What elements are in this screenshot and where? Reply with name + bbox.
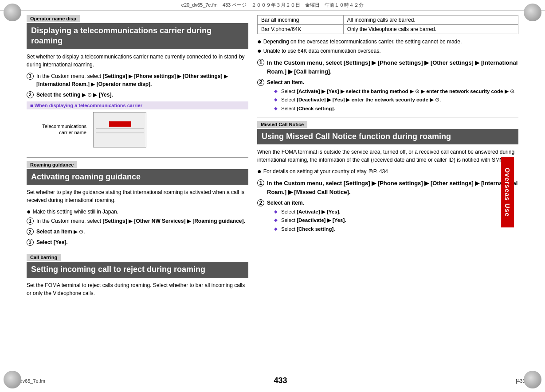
missed-step-1-text: In the Custom menu, select [Settings] ▶ … (267, 180, 518, 195)
cb-sub-2-text: Select [Deactivate] ▶ [Yes] ▶ enter the … (281, 96, 441, 104)
operator-step-2: 2 Select the setting ▶ ⊙ ▶ [Yes]. (27, 91, 248, 99)
bullet-dot-r1: ● (257, 38, 262, 46)
roaming-bullet-1: ● Make this setting while still in Japan… (27, 208, 248, 216)
bullet-dot-r2: ● (257, 47, 262, 55)
bullet-dot-1: ● (27, 208, 31, 216)
m-diamond-3: ◆ (274, 225, 278, 233)
roaming-step-3: 3 Select [Yes]. (27, 238, 248, 246)
left-column: Operator name disp Displaying a telecomm… (27, 15, 248, 369)
step-2-text: Select the setting ▶ ⊙ ▶ [Yes]. (36, 92, 113, 98)
red-bar-decoration (109, 121, 131, 127)
call-barring-section-header: Call barring (27, 254, 61, 261)
step-2-content: Select the setting ▶ ⊙ ▶ [Yes]. (36, 91, 248, 99)
cb-sub-3-text: Select [Check setting]. (281, 105, 335, 113)
table-cell-bar-vphone-desc: Only the Videophone calls are barred. (343, 25, 518, 34)
missed-sub-1-text: Select [Activate] ▶ [Yes]. (281, 208, 341, 216)
cb-step-2-label: Select an item. (267, 79, 304, 85)
section-missed-call: Missed Call Notice Using Missed Call Not… (257, 121, 518, 234)
divider-2 (27, 250, 248, 250)
right-bullet-1-text: Depending on the overseas telecommunicat… (263, 38, 462, 46)
missed-desc: When the FOMA terminal is outside the se… (257, 148, 518, 164)
footer-bar: e20_dv65_7e.fm 433 [433/434] (0, 374, 545, 387)
missed-step-1-content: In the Custom menu, select [Settings] ▶ … (267, 179, 518, 196)
operator-title-box: Displaying a telecommunications carrier … (27, 23, 248, 49)
missed-sub-1: ◆ Select [Activate] ▶ [Yes]. (274, 208, 518, 216)
step-1-text: In the Custom menu, select [Settings] ▶ … (36, 73, 228, 87)
right-bullet-1: ● Depending on the overseas telecommunic… (257, 38, 518, 46)
header-text: e20_dv65_7e.fm 433 ページ ２００９年３月２０日 金曜日 午前… (181, 2, 364, 8)
diamond-1: ◆ (274, 88, 278, 95)
right-bullet-2: ● Unable to use 64K data communication o… (257, 47, 518, 55)
cb-sub-bullets: ◆ Select [Activate] ▶ [Yes] ▶ select the… (274, 88, 518, 113)
missed-step-num-2: 2 (257, 199, 264, 206)
missed-title-box: Using Missed Call Notice function during… (257, 129, 518, 144)
roaming-title: Activating roaming guidance (31, 172, 244, 182)
roaming-step-3-text: Select [Yes]. (36, 239, 68, 245)
cb-step-1-content: In the Custom menu, select [Settings] ▶ … (267, 58, 518, 76)
missed-step-2: 2 Select an item. ◆ Select [Activate] ▶ … (257, 199, 518, 234)
missed-step-2-content: Select an item. ◆ Select [Activate] ▶ [Y… (267, 199, 518, 234)
table-row-2: Bar V.phone/64K Only the Videophone call… (258, 25, 518, 34)
table-cell-bar-all-label: Bar all incoming (258, 16, 344, 25)
call-barring-desc: Set the FOMA terminal to reject calls du… (27, 281, 248, 297)
cb-right-step-2: 2 Select an item. ◆ Select [Activate] ▶ … (257, 78, 518, 113)
cb-step-1-text: In the Custom menu, select [Settings] ▶ … (267, 59, 518, 75)
call-barring-title: Setting incoming call to reject during r… (31, 264, 244, 275)
arrow-line (92, 124, 92, 133)
m-diamond-2: ◆ (274, 217, 278, 224)
right-bullet-2-text: Unable to use 64K data communication ove… (263, 47, 381, 55)
telecom-image-area: Telecommunicationscarrier name (35, 112, 248, 152)
cb-right-step-1: 1 In the Custom menu, select [Settings] … (257, 58, 518, 76)
operator-desc: Set whether to display a telecommunicati… (27, 53, 248, 69)
cb-step-num-1: 1 (257, 59, 264, 66)
phone-screen-image (93, 112, 146, 147)
missed-step-num-1: 1 (257, 179, 264, 186)
roaming-section-header: Roaming guidance (27, 161, 77, 168)
roaming-step-1-content: In the Custom menu, select [Settings] ▶ … (36, 217, 248, 225)
img-label: Telecommunicationscarrier name (35, 123, 86, 136)
operator-section-header: Operator name disp (27, 15, 80, 22)
table-cell-bar-all-desc: All incoming calls are barred. (343, 16, 518, 25)
operator-step-1: 1 In the Custom menu, select [Settings] … (27, 72, 248, 88)
missed-sub-3-text: Select [Check setting]. (281, 225, 335, 233)
roaming-step-num-3: 3 (27, 239, 34, 246)
right-column: Bar all incoming All incoming calls are … (257, 15, 518, 369)
corner-decoration-bl (4, 371, 21, 388)
roaming-step-num-2: 2 (27, 228, 34, 235)
missed-bullet-1-text: For details on setting at your country o… (263, 167, 388, 175)
header-bar: e20_dv65_7e.fm 433 ページ ２００９年３月２０日 金曜日 午前… (0, 0, 545, 11)
page-number-container: 433 (45, 376, 516, 385)
section-call-barring: Call barring Setting incoming call to re… (27, 254, 248, 297)
call-barring-title-box: Setting incoming call to reject during r… (27, 262, 248, 277)
roaming-step-1: 1 In the Custom menu, select [Settings] … (27, 217, 248, 225)
when-displaying-header: ■ When displaying a telecommunications c… (27, 101, 248, 109)
screen-line (96, 128, 144, 129)
roaming-step-3-content: Select [Yes]. (36, 238, 248, 246)
missed-sub-2: ◆ Select [Deactivate] ▶ [Yes]. (274, 217, 518, 224)
section-roaming-guidance: Roaming guidance Activating roaming guid… (27, 161, 248, 246)
missed-sub-3: ◆ Select [Check setting]. (274, 225, 518, 233)
cb-sub-3: ◆ Select [Check setting]. (274, 105, 518, 113)
roaming-step-2-content: Select an item ▶ ⊙. (36, 228, 248, 236)
corner-decoration-br (524, 371, 541, 388)
missed-section-header: Missed Call Notice (257, 121, 307, 128)
roaming-step-num-1: 1 (27, 217, 34, 225)
screen-line-2 (96, 132, 144, 133)
missed-bullet-1: ● For details on setting at your country… (257, 167, 518, 175)
missed-step-2-label: Select an item. (267, 200, 304, 206)
divider-1 (27, 157, 248, 158)
missed-sub-2-text: Select [Deactivate] ▶ [Yes]. (281, 217, 346, 224)
step-num-2: 2 (27, 91, 34, 98)
missed-title: Using Missed Call Notice function during… (262, 132, 514, 142)
corner-decoration-tr (524, 4, 541, 21)
diamond-2: ◆ (274, 96, 278, 104)
corner-decoration-tl (4, 4, 21, 21)
bullet-dot-m1: ● (257, 168, 262, 175)
cb-sub-1: ◆ Select [Activate] ▶ [Yes] ▶ select the… (274, 88, 518, 95)
roaming-step-1-text: In the Custom menu, select [Settings] ▶ … (36, 218, 245, 224)
roaming-step-2-text: Select an item ▶ ⊙. (36, 229, 85, 235)
section-operator-name: Operator name disp Displaying a telecomm… (27, 15, 248, 152)
cb-sub-2: ◆ Select [Deactivate] ▶ [Yes] ▶ enter th… (274, 96, 518, 104)
roaming-step-2: 2 Select an item ▶ ⊙. (27, 228, 248, 236)
overseas-use-label: Overseas Use (501, 157, 514, 227)
